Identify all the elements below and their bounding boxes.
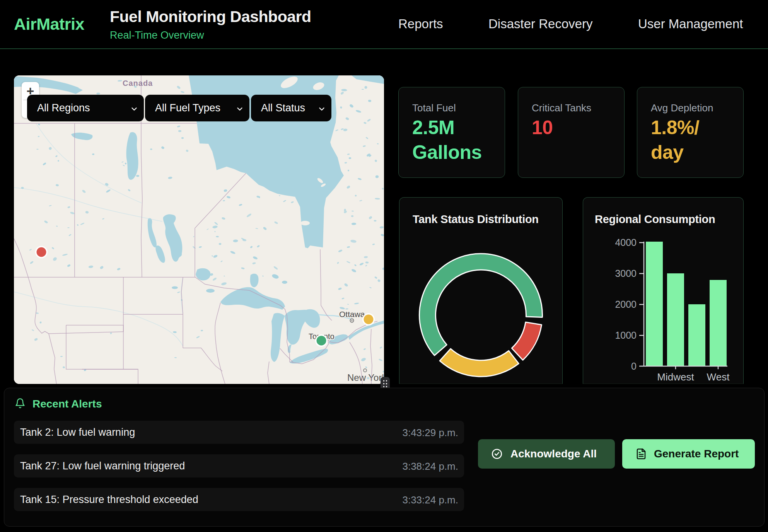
svg-text:1000: 1000 bbox=[615, 330, 637, 341]
svg-text:Canada: Canada bbox=[123, 79, 153, 87]
svg-text:New York: New York bbox=[347, 372, 384, 383]
svg-text:0: 0 bbox=[631, 361, 637, 372]
svg-text:4000: 4000 bbox=[615, 237, 637, 248]
svg-text:3000: 3000 bbox=[615, 268, 637, 279]
svg-text:West: West bbox=[707, 371, 730, 383]
svg-text:2000: 2000 bbox=[615, 299, 637, 310]
svg-text:Ottawa: Ottawa bbox=[339, 310, 365, 319]
svg-text:Midwest: Midwest bbox=[657, 371, 694, 383]
